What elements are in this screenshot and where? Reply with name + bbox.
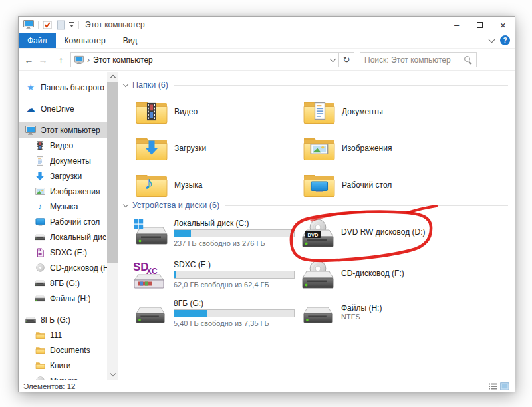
breadcrumb[interactable]: Этот компьютер [93,55,153,65]
scroll-down-icon[interactable] [107,370,118,380]
ribbon-collapse-icon[interactable] [489,36,495,43]
search-box[interactable]: Поиск: Этот компьютер [360,52,477,67]
folder-icon [35,330,45,340]
divider [38,21,39,29]
tab-file[interactable]: Файл [19,33,56,48]
drive-tile-cd-f[interactable]: CD-дисковод (F:) [301,260,468,289]
sidebar-item-quick-access[interactable]: ★ Панель быстрого [19,80,107,95]
thumbnails-view-icon[interactable] [500,382,509,390]
sidebar-item-desktop[interactable]: Рабочий стол [19,214,107,229]
sidebar-item-documents-folder[interactable]: Documents [19,342,107,358]
breadcrumb-separator: › [87,55,90,65]
hard-drive-icon [35,232,45,243]
sidebar-scrollbar[interactable] [107,72,118,380]
capacity-bar-fill [174,271,176,278]
group-header-rule [174,85,508,86]
up-button[interactable]: ↑ [54,55,68,65]
status-bar: Элементов: 12 [19,380,515,392]
music-folder-icon: ♪ [136,172,168,198]
title-bar: Этот компьютер – × [19,17,515,33]
refresh-button[interactable]: ↻ [339,52,354,67]
sidebar-item-111[interactable]: 111 [19,327,107,342]
folder-icon [35,345,45,356]
maximize-button[interactable] [468,17,491,33]
address-dropdown-icon[interactable] [330,55,336,62]
drive-tile-sdxc-e[interactable]: SD XC SDXC (E:) 62,0 ГБ сво [133,260,301,289]
recent-locations-dropdown-icon[interactable] [51,55,51,65]
documents-folder-icon [303,98,335,125]
new-folder-icon[interactable] [57,20,65,30]
sidebar-item-videos[interactable]: Видео [19,138,107,153]
folder-tile-documents[interactable]: Документы [303,97,464,126]
this-pc-monitor-icon [25,125,36,136]
downloads-arrow-icon [35,171,45,182]
folder-tile-videos[interactable]: Видео [136,97,297,126]
filesystem-caption: NTFS [341,313,468,321]
details-view-icon[interactable] [488,382,497,390]
properties-check-icon[interactable] [43,20,53,30]
pictures-photo-icon [35,186,45,197]
videos-film-icon [35,140,45,151]
quick-access-toolbar: Этот компьютер [19,17,145,33]
tab-computer[interactable]: Компьютер [56,33,114,48]
capacity-bar [174,271,295,279]
file-list-area: Папки (6) Видео Документы [118,72,515,380]
sidebar-item-8gb-g[interactable]: 8ГБ (G:) [19,275,107,291]
sidebar-item-music-disc[interactable]: Музыка [19,373,107,380]
sidebar-item-sdxc[interactable]: SDXC (E:) [19,245,107,260]
hard-drive-icon [35,293,45,304]
drive-name: Локальный диск (C:) [174,219,301,228]
divider [78,21,79,29]
drive-name: CD-дисковод (F:) [341,269,468,278]
sidebar-item-books[interactable]: Книги [19,358,107,373]
navigation-pane: ★ Панель быстрого ☁ OneDrive Этот компью… [19,72,107,380]
sidebar-item-files-h[interactable]: Файлы (H:) [19,291,107,306]
close-button[interactable]: × [491,17,515,33]
drive-tile-dvd-d[interactable]: DVD DVD RW дисковод (D:) [301,219,468,248]
folder-tile-music[interactable]: ♪ Музыка [136,170,297,200]
window-title: Этот компьютер [85,20,145,29]
folder-tile-desktop[interactable]: Рабочий стол [303,170,464,200]
drive-tile-files-h[interactable]: Файлы (H:) NTFS [301,299,468,328]
customize-qat-dropdown-icon[interactable] [69,22,74,27]
tab-view[interactable]: Вид [114,33,146,48]
sidebar-item-onedrive[interactable]: ☁ OneDrive [19,101,107,116]
desktop-screen-icon [35,217,45,227]
dvd-drive-icon: DVD [301,219,335,248]
sdxc-card-icon: SD XC [133,260,168,289]
group-header-folders[interactable]: Папки (6) [124,80,508,90]
sidebar-item-cd-drive[interactable]: CD-дисковод (F: [19,260,107,275]
window-controls: – × [445,17,515,33]
documents-sheet-icon [35,156,45,166]
sidebar-item-8gb-g-root[interactable]: 8ГБ (G:) [19,312,107,327]
sidebar-item-music[interactable]: ♪ Музыка [19,199,107,214]
search-icon[interactable] [464,55,472,64]
folder-tile-pictures[interactable]: Изображения [303,134,464,163]
scroll-up-icon[interactable] [107,72,118,82]
scrollbar-thumb[interactable] [107,82,118,263]
help-button[interactable]: ? [500,35,510,45]
folder-icon [35,360,45,371]
sidebar-item-this-pc[interactable]: Этот компьютер [19,122,107,138]
drive-name: Файлы (H:) [341,303,468,313]
back-button[interactable]: ← [22,55,36,65]
group-header-devices[interactable]: Устройства и диски (6) [124,200,508,211]
forward-button[interactable]: → [36,55,50,65]
folder-tile-downloads[interactable]: Загрузки [136,134,297,163]
address-bar[interactable]: › Этот компьютер [70,52,339,67]
pictures-folder-icon [303,135,335,162]
drive-tile-local-c[interactable]: Локальный диск (C:) 237 ГБ свободно из 2… [133,219,301,248]
navigation-toolbar: ← → ↑ › Этот компьютер ↻ Поиск: Этот ком… [19,49,515,71]
sidebar-item-local-disk[interactable]: Локальный дис [19,229,107,245]
ribbon-tab-bar: Файл Компьютер Вид ? [19,33,515,49]
sidebar-item-pictures[interactable]: Изображения [19,184,107,199]
sidebar-item-documents[interactable]: Документы [19,153,107,168]
search-input[interactable]: Поиск: Этот компьютер [364,55,464,65]
drive-tile-8gb-g[interactable]: 8ГБ (G:) 5,40 ГБ свободно из 7,35 ГБ [133,299,301,328]
usb-drive-icon [133,299,168,328]
cd-drive-icon [301,260,335,289]
music-note-icon: ♪ [35,202,45,212]
minimize-button[interactable]: – [445,17,468,33]
capacity-bar [174,309,295,317]
sidebar-item-downloads[interactable]: Загрузки [19,168,107,184]
